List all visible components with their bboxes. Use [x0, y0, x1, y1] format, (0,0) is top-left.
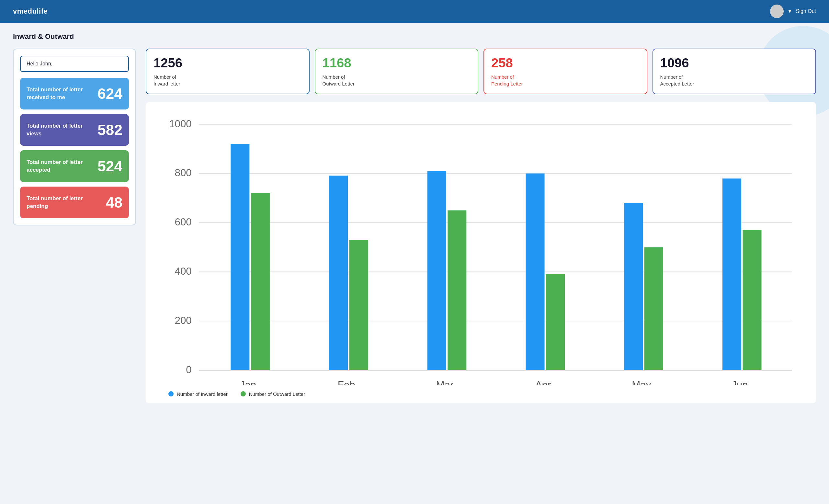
stat-card-views: Total number of letter views 582: [20, 114, 129, 146]
bar-may-inward: [624, 203, 643, 370]
summary-card-pending: 258 Number ofPending Letter: [483, 48, 647, 94]
legend-inward: Number of Inward letter: [168, 391, 228, 397]
left-panel: Hello John, Total number of letter recei…: [13, 48, 136, 225]
svg-text:600: 600: [175, 216, 192, 228]
chevron-down-icon[interactable]: ▼: [788, 9, 792, 14]
bar-apr-inward: [526, 174, 544, 370]
main-content: Inward & Outward Hello John, Total numbe…: [0, 23, 829, 413]
svg-text:0: 0: [186, 364, 191, 375]
summary-card-accepted: 1096 Number ofAccepted Letter: [652, 48, 816, 94]
stat-value-pending: 48: [106, 194, 122, 211]
accepted-label: Number ofAccepted Letter: [660, 74, 808, 87]
legend-outward: Number of Outward Letter: [241, 391, 305, 397]
chart-container: 1000 800 600 400 200 0: [146, 102, 816, 403]
bar-apr-outward: [546, 274, 565, 370]
dashboard-layout: Hello John, Total number of letter recei…: [13, 48, 816, 403]
right-panel: 1256 Number ofInward letter 1168 Number …: [146, 48, 816, 403]
signout-button[interactable]: Sign Out: [796, 8, 816, 14]
chart-legend: Number of Inward letter Number of Outwar…: [155, 391, 806, 397]
stat-label-views: Total number of letter views: [27, 122, 91, 138]
bar-chart: 1000 800 600 400 200 0: [155, 110, 806, 385]
stat-value-accepted: 524: [98, 157, 122, 175]
stat-label-received: Total number of letter received to me: [27, 86, 91, 101]
x-label-jan: Jan: [240, 379, 256, 385]
x-label-jun: Jun: [731, 379, 748, 385]
summary-cards-row: 1256 Number ofInward letter 1168 Number …: [146, 48, 816, 94]
avatar: [770, 4, 784, 18]
legend-label-outward: Number of Outward Letter: [249, 391, 305, 397]
outward-label: Number ofOutward Letter: [323, 74, 471, 87]
accepted-number: 1096: [660, 56, 808, 70]
summary-card-inward: 1256 Number ofInward letter: [146, 48, 310, 94]
stat-value-received: 624: [98, 85, 122, 102]
x-label-feb: Feb: [338, 379, 355, 385]
bar-jan-outward: [251, 193, 270, 370]
app-header: vmedulife ▼ Sign Out: [0, 0, 829, 23]
inward-number: 1256: [153, 56, 302, 70]
svg-text:200: 200: [175, 315, 192, 326]
header-right: ▼ Sign Out: [770, 4, 816, 18]
legend-label-inward: Number of Inward letter: [177, 391, 228, 397]
bar-feb-inward: [329, 176, 348, 370]
svg-text:800: 800: [175, 167, 192, 178]
inward-label: Number ofInward letter: [153, 74, 302, 87]
greeting-box: Hello John,: [20, 56, 129, 72]
legend-dot-outward: [241, 391, 246, 396]
stat-label-accepted: Total number of letter accepted: [27, 158, 91, 174]
pending-number: 258: [491, 56, 640, 70]
bar-mar-inward: [427, 171, 446, 370]
x-label-apr: Apr: [535, 379, 551, 385]
stat-card-received: Total number of letter received to me 62…: [20, 78, 129, 109]
bar-feb-outward: [350, 240, 368, 370]
app-logo: vmedulife: [13, 7, 47, 15]
stat-card-accepted: Total number of letter accepted 524: [20, 150, 129, 182]
summary-card-outward: 1168 Number ofOutward Letter: [315, 48, 479, 94]
svg-text:1000: 1000: [169, 118, 192, 130]
bar-mar-outward: [447, 210, 466, 370]
outward-number: 1168: [323, 56, 471, 70]
bar-jun-outward: [743, 230, 761, 370]
pending-label: Number ofPending Letter: [491, 74, 640, 87]
stat-label-pending: Total number of letter pending: [27, 195, 91, 210]
legend-dot-inward: [168, 391, 174, 396]
x-label-may: May: [632, 379, 651, 385]
bar-jun-inward: [722, 178, 741, 370]
x-label-mar: Mar: [436, 379, 454, 385]
bar-jan-inward: [230, 144, 249, 370]
page-title: Inward & Outward: [13, 32, 816, 41]
svg-text:400: 400: [175, 265, 192, 277]
stat-value-views: 582: [98, 121, 122, 139]
stat-card-pending: Total number of letter pending 48: [20, 187, 129, 218]
bar-may-outward: [644, 247, 663, 370]
